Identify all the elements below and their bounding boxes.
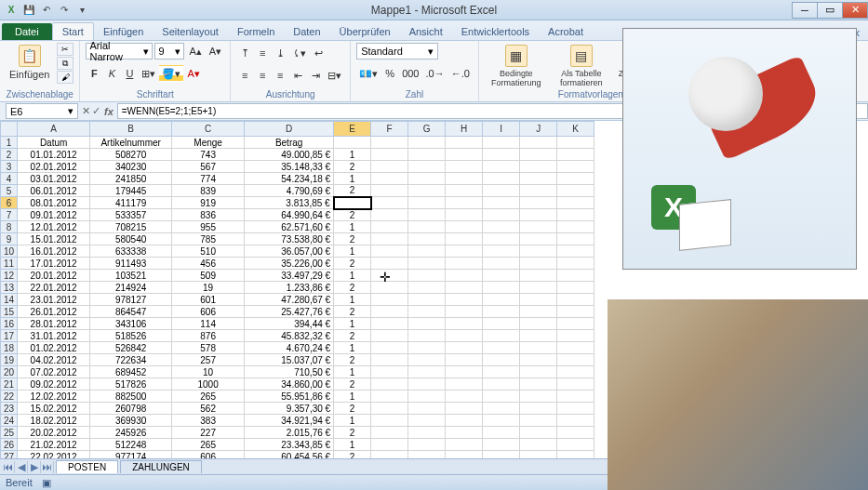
cell-K8[interactable] <box>557 221 594 233</box>
cell-D7[interactable]: 64.990,64 € <box>245 209 334 221</box>
cell-A8[interactable]: 12.01.2012 <box>18 221 90 233</box>
cell-G16[interactable] <box>408 318 446 330</box>
cell-F20[interactable] <box>371 366 408 378</box>
cell-H20[interactable] <box>446 366 483 378</box>
cell-D19[interactable]: 15.037,07 € <box>245 354 334 366</box>
copy-icon[interactable]: ⧉ <box>57 57 73 70</box>
cell-A20[interactable]: 07.02.2012 <box>18 366 90 378</box>
cell-D21[interactable]: 34.860,00 € <box>245 378 334 391</box>
cell-E4[interactable]: 1 <box>334 173 371 185</box>
wrap-text-icon[interactable]: ↩ <box>310 45 327 61</box>
cut-icon[interactable]: ✂ <box>57 43 73 56</box>
row-header-14[interactable]: 14 <box>1 294 18 306</box>
row-header-22[interactable]: 22 <box>1 391 18 403</box>
cell-G26[interactable] <box>408 439 446 451</box>
cell-H16[interactable] <box>446 318 483 330</box>
cell-K10[interactable] <box>557 245 594 258</box>
font-name-combo[interactable]: Arial Narrow▾ <box>86 43 153 60</box>
cell-H24[interactable] <box>446 415 483 427</box>
cell-A22[interactable]: 12.02.2012 <box>18 391 90 403</box>
row-header-13[interactable]: 13 <box>1 282 18 294</box>
cell-A19[interactable]: 04.02.2012 <box>18 354 90 366</box>
cell-K2[interactable] <box>557 149 594 161</box>
col-header-H[interactable]: H <box>446 122 483 137</box>
cell-E13[interactable]: 2 <box>334 282 371 294</box>
cell-F21[interactable] <box>371 378 408 391</box>
cell-B14[interactable]: 978127 <box>90 294 172 306</box>
cell-C3[interactable]: 567 <box>172 161 245 173</box>
cell-J10[interactable] <box>520 245 557 258</box>
cell-A24[interactable]: 18.02.2012 <box>18 415 90 427</box>
cell-B21[interactable]: 517826 <box>90 378 172 391</box>
cell-E20[interactable]: 1 <box>334 366 371 378</box>
sheet-nav-first-icon[interactable]: ⏮ <box>2 461 15 473</box>
cell-K18[interactable] <box>557 342 594 354</box>
cell-D17[interactable]: 45.832,32 € <box>245 330 334 342</box>
cell-C7[interactable]: 836 <box>172 209 245 221</box>
cell-G9[interactable] <box>408 233 446 245</box>
cell-I8[interactable] <box>483 221 520 233</box>
cell-I11[interactable] <box>483 258 520 270</box>
cell-E6[interactable] <box>334 197 371 209</box>
cell-D11[interactable]: 35.226,00 € <box>245 258 334 270</box>
cell-F9[interactable] <box>371 233 408 245</box>
cell-H13[interactable] <box>446 282 483 294</box>
cell-H7[interactable] <box>446 209 483 221</box>
cell-J20[interactable] <box>520 366 557 378</box>
cell-D23[interactable]: 9.357,30 € <box>245 403 334 415</box>
cell-F6[interactable] <box>371 197 408 209</box>
cell-C26[interactable]: 265 <box>172 439 245 451</box>
cell-K20[interactable] <box>557 366 594 378</box>
cell-C20[interactable]: 10 <box>172 366 245 378</box>
row-header-18[interactable]: 18 <box>1 342 18 354</box>
cell-H3[interactable] <box>446 161 483 173</box>
cell-J12[interactable] <box>520 270 557 282</box>
cell-B23[interactable]: 260798 <box>90 403 172 415</box>
cell-D25[interactable]: 2.015,76 € <box>245 427 334 439</box>
cell-H10[interactable] <box>446 245 483 258</box>
cell-H18[interactable] <box>446 342 483 354</box>
row-header-2[interactable]: 2 <box>1 149 18 161</box>
cell-I6[interactable] <box>483 197 520 209</box>
cell-J18[interactable] <box>520 342 557 354</box>
cell-F24[interactable] <box>371 415 408 427</box>
cell-G15[interactable] <box>408 306 446 318</box>
row-header-24[interactable]: 24 <box>1 415 18 427</box>
cell-E12[interactable]: 1 <box>334 270 371 282</box>
cell-I17[interactable] <box>483 330 520 342</box>
cell-G4[interactable] <box>408 173 446 185</box>
cell-K17[interactable] <box>557 330 594 342</box>
cell-I7[interactable] <box>483 209 520 221</box>
cell-G5[interactable] <box>408 185 446 197</box>
cell-C15[interactable]: 606 <box>172 306 245 318</box>
cell-H2[interactable] <box>446 149 483 161</box>
cell-J23[interactable] <box>520 403 557 415</box>
cell-C24[interactable]: 383 <box>172 415 245 427</box>
cell-H23[interactable] <box>446 403 483 415</box>
cell-K3[interactable] <box>557 161 594 173</box>
grow-font-icon[interactable]: A▴ <box>186 43 204 60</box>
cell-F22[interactable] <box>371 391 408 403</box>
sheet-nav-prev-icon[interactable]: ◀ <box>15 461 28 473</box>
cell-J2[interactable] <box>520 149 557 161</box>
cell-C25[interactable]: 227 <box>172 427 245 439</box>
cell-E3[interactable]: 2 <box>334 161 371 173</box>
cell-H6[interactable] <box>446 197 483 209</box>
cell-D9[interactable]: 73.538,80 € <box>245 233 334 245</box>
cell-G17[interactable] <box>408 330 446 342</box>
cell-B6[interactable]: 411179 <box>90 197 172 209</box>
cell-J4[interactable] <box>520 173 557 185</box>
row-header-15[interactable]: 15 <box>1 306 18 318</box>
cell-I3[interactable] <box>483 161 520 173</box>
col-header-K[interactable]: K <box>557 122 594 137</box>
col-header-E[interactable]: E <box>334 122 371 137</box>
font-size-combo[interactable]: 9▾ <box>154 43 184 60</box>
cell-H25[interactable] <box>446 427 483 439</box>
cell-E10[interactable]: 1 <box>334 245 371 258</box>
cell-B20[interactable]: 689452 <box>90 366 172 378</box>
cell-C12[interactable]: 509 <box>172 270 245 282</box>
sheet-tab-posten[interactable]: POSTEN <box>56 460 118 473</box>
cell-C23[interactable]: 562 <box>172 403 245 415</box>
cell-H5[interactable] <box>446 185 483 197</box>
cell-F18[interactable] <box>371 342 408 354</box>
